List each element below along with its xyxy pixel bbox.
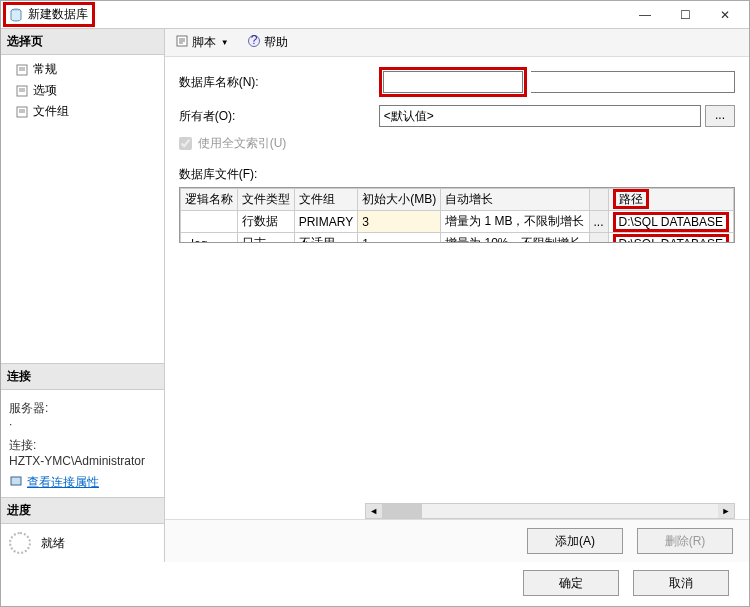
grid-row[interactable]: _log 日志 不适用 1 增量为 10%，不限制增长 ... D:\SQL D… — [180, 233, 733, 244]
grid-row[interactable]: 行数据 PRIMARY 3 增量为 1 MB，不限制增长 ... D:\SQL … — [180, 211, 733, 233]
connection-header: 连接 — [1, 364, 164, 390]
connection-label: 连接: — [9, 437, 156, 454]
left-pane: 选择页 常规 选项 文件组 连接 服务器: · 连接: HZTX-YMC\Adm… — [1, 29, 165, 562]
cancel-button[interactable]: 取消 — [633, 570, 729, 596]
col-autogrowth[interactable]: 自动增长 — [441, 189, 589, 211]
db-files-label: 数据库文件(F): — [179, 166, 735, 183]
page-tree: 常规 选项 文件组 — [1, 55, 164, 126]
scroll-left-arrow[interactable]: ◄ — [366, 504, 382, 518]
fulltext-label: 使用全文索引(U) — [198, 135, 287, 152]
grid-header-row: 逻辑名称 文件类型 文件组 初始大小(MB) 自动增长 路径 — [180, 189, 733, 211]
tree-item-filegroups[interactable]: 文件组 — [5, 101, 160, 122]
svg-rect-10 — [11, 477, 21, 485]
close-button[interactable]: ✕ — [705, 2, 745, 28]
db-name-input-ext[interactable] — [531, 71, 735, 93]
help-button[interactable]: ? 帮助 — [243, 32, 292, 53]
add-button[interactable]: 添加(A) — [527, 528, 623, 554]
titlebar: 新建数据库 — ☐ ✕ — [1, 1, 749, 29]
tree-label: 常规 — [33, 61, 57, 78]
scroll-right-arrow[interactable]: ► — [718, 504, 734, 518]
minimize-button[interactable]: — — [625, 2, 665, 28]
progress-status: 就绪 — [41, 535, 65, 552]
tree-item-general[interactable]: 常规 — [5, 59, 160, 80]
maximize-button[interactable]: ☐ — [665, 2, 705, 28]
page-icon — [15, 105, 29, 119]
tree-label: 选项 — [33, 82, 57, 99]
content-toolbar: 脚本 ▼ ? 帮助 — [165, 29, 749, 57]
db-files-grid[interactable]: 逻辑名称 文件类型 文件组 初始大小(MB) 自动增长 路径 行数据 PRIMA… — [179, 187, 735, 243]
script-icon — [175, 34, 189, 51]
svg-text:?: ? — [250, 34, 257, 47]
script-button[interactable]: 脚本 ▼ — [171, 32, 233, 53]
db-icon — [8, 7, 24, 23]
progress-header: 进度 — [1, 498, 164, 524]
server-value: · — [9, 417, 156, 431]
owner-browse-button[interactable]: ... — [705, 105, 735, 127]
connection-value: HZTX-YMC\Administrator — [9, 454, 156, 468]
col-path[interactable]: 路径 — [608, 189, 733, 211]
autogrowth-edit-button[interactable]: ... — [589, 211, 608, 233]
link-icon — [9, 474, 23, 491]
owner-label: 所有者(O): — [179, 108, 379, 125]
owner-select[interactable]: <默认值> — [379, 105, 701, 127]
col-initial-size[interactable]: 初始大小(MB) — [358, 189, 441, 211]
tree-label: 文件组 — [33, 103, 69, 120]
help-icon: ? — [247, 34, 261, 51]
col-filegroup[interactable]: 文件组 — [294, 189, 357, 211]
server-label: 服务器: — [9, 400, 156, 417]
scroll-thumb[interactable] — [382, 504, 422, 518]
progress-spinner-icon — [9, 532, 31, 554]
chevron-down-icon: ▼ — [221, 38, 229, 47]
db-name-input[interactable] — [383, 71, 523, 93]
select-page-header: 选择页 — [1, 29, 164, 55]
col-file-type[interactable]: 文件类型 — [237, 189, 294, 211]
db-name-label: 数据库名称(N): — [179, 74, 379, 91]
autogrowth-edit-button[interactable]: ... — [589, 233, 608, 244]
tree-item-options[interactable]: 选项 — [5, 80, 160, 101]
view-connection-properties-link[interactable]: 查看连接属性 — [9, 474, 156, 491]
fulltext-checkbox — [179, 137, 192, 150]
page-icon — [15, 84, 29, 98]
horizontal-scrollbar[interactable]: ◄ ► — [365, 503, 735, 519]
remove-button: 删除(R) — [637, 528, 733, 554]
right-pane: 脚本 ▼ ? 帮助 数据库名称(N): 所有者(O): <默认值> — [165, 29, 749, 562]
page-icon — [15, 63, 29, 77]
window-title: 新建数据库 — [28, 6, 88, 23]
ok-button[interactable]: 确定 — [523, 570, 619, 596]
col-logical-name[interactable]: 逻辑名称 — [180, 189, 237, 211]
col-dots — [589, 189, 608, 211]
